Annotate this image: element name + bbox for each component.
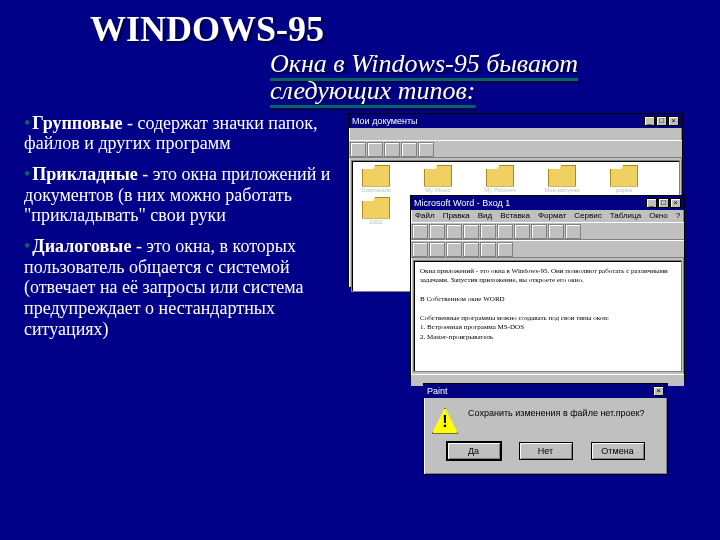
menubar (349, 128, 682, 140)
folder-item[interactable]: My Music (418, 165, 458, 193)
warning-icon (432, 408, 458, 434)
menu-item[interactable]: Правка (443, 211, 470, 221)
folder-label: Mои рисунки (542, 187, 582, 193)
no-button[interactable]: Нет (519, 442, 573, 460)
toolbar-button[interactable] (429, 242, 445, 257)
application-window: Microsoft Word - Вход 1 _ □ × ФайлПравка… (410, 195, 685, 380)
toolbar-button[interactable] (480, 242, 496, 257)
menu-item[interactable]: Вставка (500, 211, 530, 221)
menu-item[interactable]: ? (676, 211, 680, 221)
folder-item[interactable]: 2002 (356, 197, 396, 225)
toolbar-button[interactable] (463, 224, 479, 239)
folder-label: Downloads (356, 187, 396, 193)
toolbar-button[interactable] (463, 242, 479, 257)
window-title: Paint (427, 386, 448, 396)
folder-icon (424, 165, 452, 187)
folder-item[interactable]: My Pictures (480, 165, 520, 193)
bullet-item: •Групповые - содержат значки папок, файл… (24, 113, 334, 154)
folder-icon (610, 165, 638, 187)
toolbar (349, 140, 682, 158)
menubar[interactable]: ФайлПравкаВидВставкаФорматСервисТаблицаО… (411, 210, 684, 222)
folder-icon (548, 165, 576, 187)
toolbar-button[interactable] (497, 224, 513, 239)
maximize-icon[interactable]: □ (658, 198, 669, 208)
toolbar-button[interactable] (418, 142, 434, 157)
toolbar-button[interactable] (367, 142, 383, 157)
folder-label: My Music (418, 187, 458, 193)
bullet-item: •Прикладные - это окна приложений и доку… (24, 164, 334, 226)
menu-item[interactable]: Вид (478, 211, 492, 221)
window-title: Мои документы (352, 116, 418, 126)
cancel-button[interactable]: Отмена (591, 442, 645, 460)
titlebar: Paint × (424, 384, 667, 398)
toolbar-button[interactable] (531, 224, 547, 239)
folder-icon (362, 197, 390, 219)
dialog-message: Сохранить изменения в файле нет.проек? (468, 408, 645, 434)
document-body[interactable]: Окна приложений - это окна в Windows-95.… (413, 260, 682, 372)
bullet-list: •Групповые - содержат значки папок, файл… (24, 113, 334, 350)
titlebar: Microsoft Word - Вход 1 _ □ × (411, 196, 684, 210)
bullet-item: •Диалоговые - это окна, в которых пользо… (24, 236, 334, 339)
folder-icon (362, 165, 390, 187)
toolbar-button[interactable] (412, 224, 428, 239)
minimize-icon[interactable]: _ (646, 198, 657, 208)
toolbar-button[interactable] (384, 142, 400, 157)
folder-label: papka (604, 187, 644, 193)
toolbar-button[interactable] (514, 224, 530, 239)
toolbar (411, 222, 684, 240)
close-icon[interactable]: × (653, 386, 664, 396)
titlebar: Мои документы _ □ × (349, 114, 682, 128)
toolbar-button[interactable] (401, 142, 417, 157)
close-icon[interactable]: × (668, 116, 679, 126)
folder-item[interactable]: Downloads (356, 165, 396, 193)
toolbar-button[interactable] (497, 242, 513, 257)
menu-item[interactable]: Таблица (610, 211, 641, 221)
folder-item[interactable]: papka (604, 165, 644, 193)
toolbar-button[interactable] (412, 242, 428, 257)
toolbar-button[interactable] (480, 224, 496, 239)
illustrations: Мои документы _ □ × DownloadsMy MusicMy … (348, 113, 708, 350)
folder-label: 2002 (356, 219, 396, 225)
slide-subtitle: Окна в Windows-95 бывают следующих типов… (0, 50, 720, 109)
folder-icon (486, 165, 514, 187)
menu-item[interactable]: Формат (538, 211, 566, 221)
toolbar-button[interactable] (350, 142, 366, 157)
dialog-window: Paint × Сохранить изменения в файле нет.… (423, 383, 668, 475)
slide-title: WINDOWS-95 (0, 0, 720, 50)
folder-item[interactable]: Mои рисунки (542, 165, 582, 193)
toolbar-button[interactable] (446, 224, 462, 239)
toolbar (411, 240, 684, 258)
folder-label: My Pictures (480, 187, 520, 193)
maximize-icon[interactable]: □ (656, 116, 667, 126)
yes-button[interactable]: Да (447, 442, 501, 460)
toolbar-button[interactable] (429, 224, 445, 239)
toolbar-button[interactable] (446, 242, 462, 257)
toolbar-button[interactable] (565, 224, 581, 239)
menu-item[interactable]: Файл (415, 211, 435, 221)
menu-item[interactable]: Сервис (574, 211, 601, 221)
minimize-icon[interactable]: _ (644, 116, 655, 126)
toolbar-button[interactable] (548, 224, 564, 239)
window-title: Microsoft Word - Вход 1 (414, 198, 510, 208)
menu-item[interactable]: Окно (649, 211, 668, 221)
close-icon[interactable]: × (670, 198, 681, 208)
